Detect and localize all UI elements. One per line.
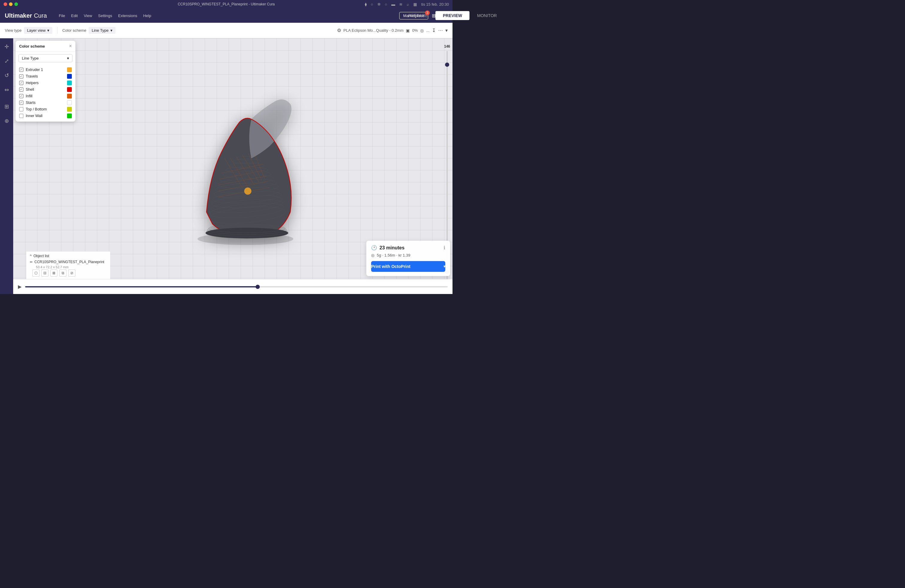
sidebar-rotate-icon[interactable]: ↺ — [2, 71, 11, 80]
menu-file[interactable]: File — [59, 13, 65, 18]
legend-check-topbottom[interactable] — [19, 107, 23, 111]
list-item: Infill — [16, 93, 75, 99]
sidebar-mirror-icon[interactable]: ⇔ — [2, 85, 11, 95]
dropbox-icon: ⧫ — [365, 2, 367, 6]
clone-icon[interactable]: ⧉ — [59, 269, 67, 277]
legend-check-travels[interactable] — [19, 74, 23, 78]
progress-track[interactable] — [25, 286, 448, 288]
cube-icon[interactable]: ⬡ — [32, 269, 40, 277]
print-button[interactable]: Print with OctoPrint ▾ — [371, 261, 445, 272]
legend-label-shell: Shell — [26, 87, 65, 92]
battery-icon: ▬ — [391, 2, 395, 6]
traffic-lights — [3, 2, 18, 6]
info-icon[interactable]: ℹ — [443, 245, 445, 251]
panel-close-button[interactable]: × — [69, 44, 72, 49]
chevron-down-icon: ▾ — [47, 28, 49, 33]
logo-cura: Cura — [34, 12, 47, 19]
menu-settings[interactable]: Settings — [98, 13, 112, 18]
panel-title: Color scheme — [19, 44, 45, 49]
legend-label-starts: Starts — [26, 100, 65, 105]
marketplace-button[interactable]: Marketplace 3 — [399, 12, 428, 19]
clock-icon: 🕐 — [371, 245, 377, 251]
sidebar-search-icon[interactable]: ⊕ — [2, 116, 11, 126]
legend-check-helpers[interactable] — [19, 81, 23, 85]
slider-thumb-top[interactable] — [445, 63, 449, 67]
support-icon: ▣ — [406, 28, 410, 33]
chevron-down-icon-3[interactable]: ▾ — [445, 27, 448, 33]
color-scheme-panel: Color scheme × Line Type ▾ Extruder 1 Tr… — [16, 41, 75, 122]
legend-check-shell[interactable] — [19, 87, 23, 92]
control-center-icon[interactable]: ▦ — [413, 2, 417, 6]
toolbar-strip: View type Layer view ▾ Color scheme Line… — [0, 23, 452, 38]
progress-fill — [25, 286, 258, 288]
clock-icon: ○ — [385, 2, 387, 6]
list-item: Helpers — [16, 79, 75, 86]
object-list-panel: ^ Object list ✏ CCR10SPRO_WINGTEST_PLA_P… — [26, 251, 110, 279]
color-scheme-dropdown[interactable]: Line Type ▾ — [89, 27, 115, 34]
view-type-section: View type Layer view ▾ — [5, 27, 57, 34]
panel-header: Color scheme × — [16, 41, 75, 52]
progress-thumb[interactable] — [256, 285, 260, 289]
minimize-button[interactable] — [9, 2, 13, 6]
close-button[interactable] — [3, 2, 7, 6]
tab-preview[interactable]: PREVIEW — [435, 11, 452, 20]
print-settings-text[interactable]: PLA Eclipson Mo...Quality - 0.2mm — [344, 28, 404, 33]
bluetooth-icon: ✲ — [377, 2, 381, 6]
sidebar-move-icon[interactable]: ✛ — [2, 42, 11, 51]
left-sidebar: ✛ ⤢ ↺ ⇔ ⊞ ⊕ — [0, 38, 13, 294]
menu-extensions[interactable]: Extensions — [118, 13, 137, 18]
main-area: ✛ ⤢ ↺ ⇔ ⊞ ⊕ Color scheme × Line Type ▾ E… — [0, 38, 452, 294]
sidebar-scale-icon[interactable]: ⤢ — [2, 56, 11, 66]
panel-dropdown[interactable]: Line Type ▾ — [19, 54, 72, 62]
3d-model-svg — [183, 98, 308, 248]
delete-icon[interactable]: ⊘ — [68, 269, 75, 277]
print-time: 🕐 23 minutes — [371, 245, 405, 251]
layer-icon[interactable]: ⊟ — [41, 269, 49, 277]
toolbar-more-icon[interactable]: ⋯ — [438, 27, 443, 33]
color-scheme-label: Color scheme — [62, 28, 86, 33]
legend-check-infill[interactable] — [19, 94, 23, 98]
legend-swatch-helpers — [67, 81, 72, 85]
search-icon[interactable]: ⌕ — [407, 2, 409, 6]
menu-help[interactable]: Help — [143, 13, 151, 18]
object-list-header[interactable]: ^ Object list — [30, 254, 106, 258]
canvas-area[interactable]: Color scheme × Line Type ▾ Extruder 1 Tr… — [13, 38, 452, 294]
list-item: Inner Wall — [16, 113, 75, 119]
save-icon[interactable]: ↧ — [432, 27, 436, 33]
legend-label-innerwall: Inner Wall — [26, 114, 65, 118]
app-logo: Ultimaker Cura — [5, 12, 47, 19]
window-title: CCR10SPRO_WINGTEST_PLA_Planeprint - Ulti… — [178, 2, 275, 6]
legend-swatch-innerwall — [67, 113, 72, 118]
model-container — [183, 98, 308, 249]
spool-icon: ◎ — [371, 253, 375, 257]
legend-check-starts[interactable] — [19, 100, 23, 105]
more-button[interactable]: ... — [426, 28, 429, 33]
color-scheme-section: Color scheme Line Type ▾ — [57, 27, 337, 34]
print-btn-arrow-icon: ▾ — [443, 264, 445, 269]
nav-menu: File Edit View Settings Extensions Help — [59, 13, 151, 18]
view-type-dropdown[interactable]: Layer view ▾ — [24, 27, 52, 34]
legend-swatch-starts — [67, 100, 72, 105]
filament-icon: ◎ — [420, 28, 424, 33]
svg-point-26 — [244, 188, 251, 195]
chevron-down-icon-2: ▾ — [110, 28, 113, 33]
menu-edit[interactable]: Edit — [71, 13, 78, 18]
legend-check-extruder1[interactable] — [19, 68, 23, 72]
chevron-down-icon-panel: ▾ — [67, 56, 69, 60]
legend-swatch-shell — [67, 87, 72, 92]
legend-swatch-extruder1 — [67, 67, 72, 72]
object-item: ✏ CCR10SPRO_WINGTEST_PLA_Planeprint — [30, 259, 106, 265]
object-name: CCR10SPRO_WINGTEST_PLA_Planeprint — [35, 260, 104, 264]
legend-list: Extruder 1 Travels Helpers — [16, 65, 75, 122]
play-button[interactable]: ▶ — [18, 284, 22, 289]
sidebar-support-icon[interactable]: ⊞ — [2, 102, 11, 111]
bottom-bar: ▶ — [13, 279, 452, 294]
print-info-panel: 🕐 23 minutes ℹ ◎ 5g · 1.56m · kr 1.39 Pr… — [366, 241, 450, 276]
mac-system-icons: ⧫ ○ ✲ ○ ▬ ≋ ⌕ ▦ tis 15 feb. 20:30 — [365, 2, 449, 6]
menu-view[interactable]: View — [84, 13, 92, 18]
split-icon[interactable]: ⊠ — [50, 269, 57, 277]
print-material: ◎ 5g · 1.56m · kr 1.39 — [371, 253, 445, 257]
headphone-icon: ○ — [371, 2, 373, 6]
legend-check-innerwall[interactable] — [19, 114, 23, 118]
maximize-button[interactable] — [14, 2, 18, 6]
